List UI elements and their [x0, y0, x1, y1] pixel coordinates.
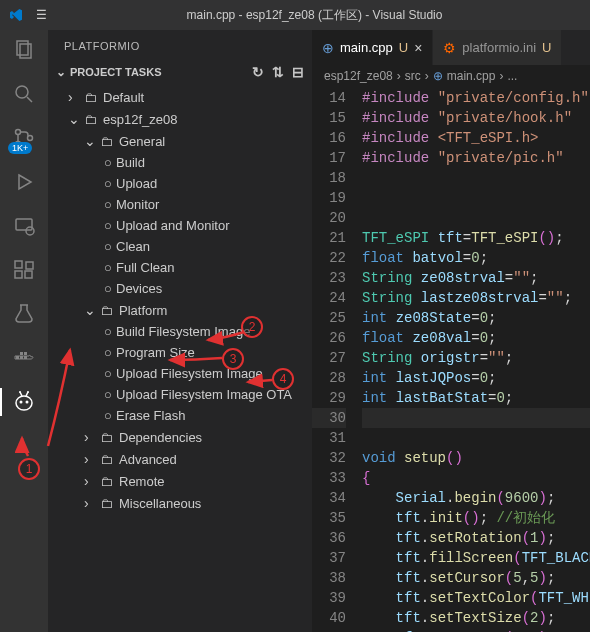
svg-rect-8: [16, 219, 32, 230]
task-bullet-icon: ○: [100, 345, 116, 360]
svg-point-2: [16, 86, 28, 98]
cpp-file-icon: ⊕: [433, 69, 443, 83]
task-bullet-icon: ○: [100, 324, 116, 339]
search-icon[interactable]: [12, 82, 36, 106]
chevron-down-icon: ⌄: [84, 302, 100, 318]
sidebar: PLATFORMIO ⌄ PROJECT TASKS ↻ ⇅ ⊟ › 🗀 Def…: [48, 30, 312, 632]
task-item[interactable]: ○Build Filesystem Image: [48, 321, 312, 342]
editor-area: ⊕ main.cpp U × ⚙ platformio.ini U esp12f…: [312, 30, 590, 632]
cpp-file-icon: ⊕: [322, 40, 334, 56]
svg-point-20: [20, 401, 23, 404]
activity-bar: 1K+: [0, 30, 48, 632]
task-item[interactable]: ○Erase Flash: [48, 405, 312, 426]
menu-icon[interactable]: ☰: [36, 8, 47, 22]
scm-badge: 1K+: [8, 142, 32, 154]
svg-rect-0: [17, 41, 28, 55]
task-bullet-icon: ○: [100, 197, 116, 212]
svg-rect-13: [26, 262, 33, 269]
task-item[interactable]: ○Build: [48, 152, 312, 173]
task-bullet-icon: ○: [100, 260, 116, 275]
tree-advanced[interactable]: › 🗀 Advanced: [48, 448, 312, 470]
close-icon[interactable]: ×: [414, 40, 422, 56]
tree-remote[interactable]: › 🗀 Remote: [48, 470, 312, 492]
task-bullet-icon: ○: [100, 281, 116, 296]
sidebar-title: PLATFORMIO: [48, 30, 312, 60]
section-project-tasks[interactable]: ⌄ PROJECT TASKS ↻ ⇅ ⊟: [48, 60, 312, 84]
extensions-icon[interactable]: [12, 258, 36, 282]
chevron-right-icon: ›: [425, 69, 429, 83]
chevron-right-icon: ›: [397, 69, 401, 83]
tree-general[interactable]: ⌄ 🗀 General: [48, 130, 312, 152]
svg-point-9: [26, 227, 34, 235]
chevron-right-icon: ›: [84, 451, 100, 467]
source-control-icon[interactable]: 1K+: [12, 126, 36, 150]
chevron-right-icon: ›: [84, 429, 100, 445]
svg-point-24: [19, 391, 21, 393]
folder-icon: 🗀: [84, 90, 97, 105]
task-bullet-icon: ○: [100, 176, 116, 191]
svg-marker-7: [19, 175, 31, 189]
filter-icon[interactable]: ⇅: [272, 64, 284, 80]
tree-dependencies[interactable]: › 🗀 Dependencies: [48, 426, 312, 448]
folder-icon: 🗀: [100, 474, 113, 489]
section-label: PROJECT TASKS: [70, 66, 161, 78]
chevron-right-icon: ›: [84, 495, 100, 511]
folder-icon: 🗀: [100, 452, 113, 467]
task-bullet-icon: ○: [100, 155, 116, 170]
code-content[interactable]: #include "private/config.h"#include "pri…: [362, 88, 590, 632]
task-item[interactable]: ○Upload: [48, 173, 312, 194]
task-bullet-icon: ○: [100, 366, 116, 381]
tab-platformio-ini[interactable]: ⚙ platformio.ini U: [433, 30, 562, 65]
svg-point-4: [16, 130, 21, 135]
chevron-down-icon: ⌄: [84, 133, 100, 149]
svg-rect-10: [15, 261, 22, 268]
platformio-icon[interactable]: [12, 390, 36, 414]
svg-point-6: [28, 136, 33, 141]
tab-main-cpp[interactable]: ⊕ main.cpp U ×: [312, 30, 433, 65]
task-item[interactable]: ○Upload Filesystem Image OTA: [48, 384, 312, 405]
svg-point-21: [26, 401, 29, 404]
platformio-file-icon: ⚙: [443, 40, 456, 56]
docker-icon[interactable]: [12, 346, 36, 370]
refresh-icon[interactable]: ↻: [252, 64, 264, 80]
task-bullet-icon: ○: [100, 218, 116, 233]
folder-icon: 🗀: [100, 134, 113, 149]
code-editor[interactable]: 1415161718192021222324252627282930313233…: [312, 88, 590, 632]
tree-default[interactable]: › 🗀 Default: [48, 86, 312, 108]
window-title: main.cpp - esp12f_ze08 (工作区) - Visual St…: [47, 7, 582, 24]
line-gutter: 1415161718192021222324252627282930313233…: [312, 88, 362, 632]
svg-point-25: [27, 391, 29, 393]
chevron-right-icon: ›: [84, 473, 100, 489]
svg-rect-11: [15, 271, 22, 278]
chevron-down-icon: ⌄: [56, 65, 66, 79]
tree-platform[interactable]: ⌄ 🗀 Platform: [48, 299, 312, 321]
run-debug-icon[interactable]: [12, 170, 36, 194]
task-item[interactable]: ○Upload Filesystem Image: [48, 363, 312, 384]
remote-icon[interactable]: [12, 214, 36, 238]
test-icon[interactable]: [12, 302, 36, 326]
task-item[interactable]: ○Devices: [48, 278, 312, 299]
svg-line-3: [27, 97, 32, 102]
task-item[interactable]: ○Monitor: [48, 194, 312, 215]
svg-point-19: [16, 396, 32, 410]
folder-icon: 🗀: [100, 303, 113, 318]
collapse-icon[interactable]: ⊟: [292, 64, 304, 80]
breadcrumb[interactable]: esp12f_ze08 › src › ⊕ main.cpp › ...: [312, 65, 590, 88]
task-item[interactable]: ○Full Clean: [48, 257, 312, 278]
tree-misc[interactable]: › 🗀 Miscellaneous: [48, 492, 312, 514]
svg-rect-12: [25, 271, 32, 278]
task-bullet-icon: ○: [100, 408, 116, 423]
folder-icon: 🗀: [84, 112, 97, 127]
tree-project[interactable]: ⌄ 🗀 esp12f_ze08: [48, 108, 312, 130]
tab-bar: ⊕ main.cpp U × ⚙ platformio.ini U: [312, 30, 590, 65]
chevron-right-icon: ›: [499, 69, 503, 83]
chevron-right-icon: ›: [68, 89, 84, 105]
explorer-icon[interactable]: [12, 38, 36, 62]
task-item[interactable]: ○Program Size: [48, 342, 312, 363]
titlebar: ☰ main.cpp - esp12f_ze08 (工作区) - Visual …: [0, 0, 590, 30]
task-tree: › 🗀 Default ⌄ 🗀 esp12f_ze08 ⌄ 🗀 General …: [48, 84, 312, 516]
svg-rect-1: [20, 44, 31, 58]
task-item[interactable]: ○Upload and Monitor: [48, 215, 312, 236]
task-item[interactable]: ○Clean: [48, 236, 312, 257]
chevron-down-icon: ⌄: [68, 111, 84, 127]
